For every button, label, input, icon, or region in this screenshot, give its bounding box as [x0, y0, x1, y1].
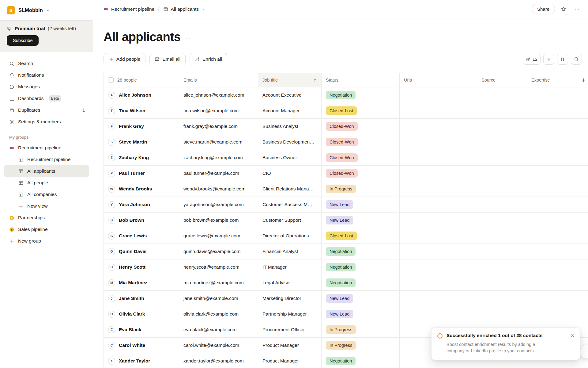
- cell-status[interactable]: Closed-Won: [322, 150, 400, 165]
- cell-add-empty[interactable]: [579, 322, 588, 337]
- status-badge[interactable]: Closed-Lost: [326, 106, 357, 115]
- cell-add-empty[interactable]: [579, 306, 588, 322]
- cell-job-title[interactable]: Partnership Manager: [258, 306, 322, 322]
- person-name[interactable]: Quinn Davis: [119, 249, 146, 254]
- cell-urls-empty[interactable]: [400, 275, 477, 290]
- table-row[interactable]: SSteve Martinsteve.martin@example.comBus…: [104, 134, 588, 150]
- status-badge[interactable]: In Progress: [326, 185, 356, 193]
- cell-urls-empty[interactable]: [400, 181, 477, 197]
- cell-expertise-empty[interactable]: [527, 228, 579, 243]
- table-row[interactable]: GGrace Lewisgrace.lewis@example.comDirec…: [104, 228, 588, 244]
- cell-urls-empty[interactable]: [400, 213, 477, 228]
- cell-status[interactable]: Negotiation: [322, 87, 400, 103]
- status-badge[interactable]: New Lead: [326, 294, 353, 303]
- cell-source-empty[interactable]: [477, 181, 527, 197]
- cell-add-empty[interactable]: [579, 197, 588, 212]
- status-badge[interactable]: Closed-Won: [326, 169, 358, 178]
- cell-email[interactable]: tina.wilson@example.com: [179, 103, 258, 118]
- cell-status[interactable]: Closed-Won: [322, 119, 400, 134]
- column-header-job[interactable]: Job title: [258, 73, 322, 87]
- cell-person[interactable]: EEva Black: [104, 322, 179, 337]
- breadcrumb-parent[interactable]: Recruitment pipeline: [111, 6, 154, 12]
- person-name[interactable]: Jane Smith: [119, 296, 144, 301]
- status-badge[interactable]: New Lead: [326, 310, 353, 318]
- filter-button[interactable]: [543, 54, 554, 65]
- cell-urls-empty[interactable]: [400, 228, 477, 243]
- cell-job-title[interactable]: Product Manager: [258, 338, 322, 353]
- table-row[interactable]: PPaul Turnerpaul.turner@example.comCIOCl…: [104, 166, 588, 181]
- more-options-button[interactable]: [572, 4, 582, 14]
- cell-job-title[interactable]: CIO: [258, 166, 322, 181]
- cell-status[interactable]: In Progress: [322, 322, 400, 337]
- cell-email[interactable]: grace.lewis@example.com: [179, 228, 258, 243]
- cell-status[interactable]: Closed-Won: [322, 166, 400, 181]
- sidebar-view-recruitment-pipeline[interactable]: Recruitment pipeline: [4, 154, 89, 165]
- cell-source-empty[interactable]: [477, 150, 527, 165]
- person-name[interactable]: Mia Martinez: [119, 280, 147, 286]
- cell-add-empty[interactable]: [579, 259, 588, 275]
- column-header-emails[interactable]: Emails: [179, 73, 258, 87]
- cell-source-empty[interactable]: [477, 275, 527, 290]
- person-name[interactable]: Xander Taylor: [119, 358, 150, 364]
- cell-person[interactable]: YYara Johnson: [104, 197, 179, 212]
- cell-email[interactable]: carol.white@example.com: [179, 338, 258, 353]
- cell-person[interactable]: JJane Smith: [104, 291, 179, 306]
- enrich-all-button[interactable]: Enrich all: [190, 53, 227, 65]
- cell-job-title[interactable]: Director of Operations: [258, 228, 322, 243]
- sidebar-group-new-group[interactable]: New group: [4, 235, 89, 247]
- person-name[interactable]: Wendy Brooks: [119, 186, 152, 192]
- cell-status[interactable]: Negotiation: [322, 353, 400, 368]
- cell-add-empty[interactable]: [579, 166, 588, 181]
- sidebar-view-new-view[interactable]: New view: [4, 200, 89, 212]
- cell-status[interactable]: New Lead: [322, 306, 400, 322]
- cell-status[interactable]: Negotiation: [322, 244, 400, 259]
- cell-urls-empty[interactable]: [400, 87, 477, 103]
- cell-person[interactable]: XXander Taylor: [104, 353, 179, 368]
- cell-expertise-empty[interactable]: [527, 275, 579, 290]
- cell-email[interactable]: zachary.king@example.com: [179, 150, 258, 165]
- person-name[interactable]: Yara Johnson: [119, 202, 150, 207]
- status-badge[interactable]: Closed-Won: [326, 153, 358, 162]
- person-name[interactable]: Frank Gray: [119, 124, 144, 129]
- add-column-button[interactable]: [579, 73, 588, 87]
- cell-email[interactable]: eva.black@example.com: [179, 322, 258, 337]
- cell-add-empty[interactable]: [579, 291, 588, 306]
- sort-button[interactable]: [557, 54, 568, 65]
- cell-status[interactable]: New Lead: [322, 213, 400, 228]
- cell-job-title[interactable]: Client Relations Mana…: [258, 181, 322, 197]
- status-badge[interactable]: Negotiation: [326, 247, 356, 256]
- sidebar-group-sales-pipeline[interactable]: $Sales pipeline: [4, 224, 89, 235]
- sidebar-view-all-companies[interactable]: All companies: [4, 189, 89, 200]
- cell-email[interactable]: quinn.davis@example.com: [179, 244, 258, 259]
- workspace-switcher[interactable]: S SLMobbin: [0, 0, 93, 20]
- status-badge[interactable]: Closed-Won: [326, 122, 358, 131]
- subscribe-button[interactable]: Subscribe: [7, 35, 39, 46]
- sidebar-item-dashboards[interactable]: DashboardsBeta: [4, 93, 89, 104]
- cell-person[interactable]: HHenry Scott: [104, 259, 179, 275]
- cell-expertise-empty[interactable]: [527, 166, 579, 181]
- table-row[interactable]: YYara Johnsonyara.johnson@example.comCus…: [104, 197, 588, 213]
- cell-add-empty[interactable]: [579, 119, 588, 134]
- column-header-urls[interactable]: Urls: [400, 73, 477, 87]
- cell-job-title[interactable]: Product Manager: [258, 353, 322, 368]
- cell-status[interactable]: In Progress: [322, 181, 400, 197]
- cell-email[interactable]: henry.scott@example.com: [179, 259, 258, 275]
- table-row[interactable]: AAlice Johnsonalice.johnson@example.comA…: [104, 87, 588, 103]
- cell-email[interactable]: yara.johnson@example.com: [179, 197, 258, 212]
- cell-status[interactable]: In Progress: [322, 338, 400, 353]
- person-name[interactable]: Grace Lewis: [119, 233, 147, 239]
- cell-expertise-empty[interactable]: [527, 213, 579, 228]
- cell-source-empty[interactable]: [477, 87, 527, 103]
- person-name[interactable]: Eva Black: [119, 327, 141, 332]
- cell-expertise-empty[interactable]: [527, 87, 579, 103]
- status-badge[interactable]: Negotiation: [326, 91, 356, 99]
- cell-expertise-empty[interactable]: [527, 306, 579, 322]
- cell-expertise-empty[interactable]: [527, 181, 579, 197]
- cell-job-title[interactable]: Marketing Director: [258, 291, 322, 306]
- sidebar-item-search[interactable]: Search: [4, 58, 89, 69]
- cell-job-title[interactable]: IT Manager: [258, 259, 322, 275]
- cell-add-empty[interactable]: [579, 150, 588, 165]
- status-badge[interactable]: In Progress: [326, 341, 356, 350]
- sidebar-item-notifications[interactable]: Notifications: [4, 69, 89, 81]
- cell-status[interactable]: Closed-Lost: [322, 103, 400, 118]
